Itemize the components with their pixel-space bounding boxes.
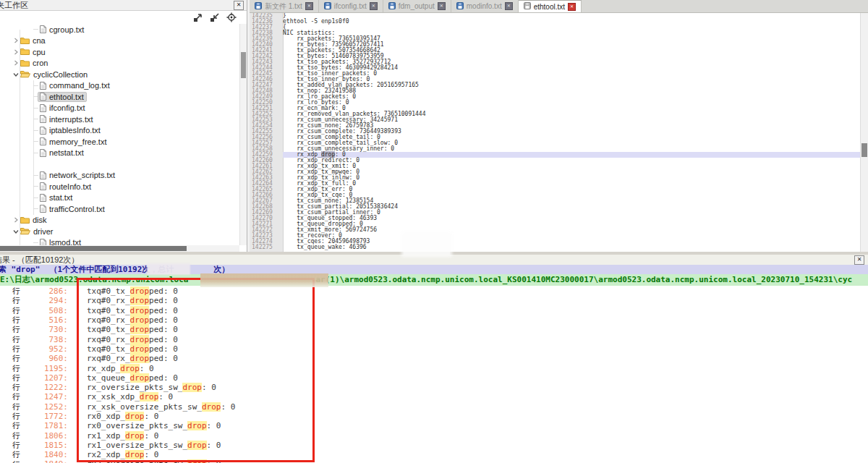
tab-close-icon[interactable]: ✕ <box>568 3 576 11</box>
tree-item-network_scripts.txt[interactable]: network_scripts.txt <box>0 170 239 182</box>
chevron-right-icon[interactable] <box>12 60 20 66</box>
tree-item-driver[interactable]: driver <box>0 226 239 237</box>
tree-item-cyclicCollection[interactable]: cyclicCollection <box>0 69 239 80</box>
file-icon <box>40 104 46 112</box>
tree-item-label: cgroup.txt <box>49 25 84 34</box>
file-icon <box>40 82 46 90</box>
tree-item-interrupts.txt[interactable]: interrupts.txt <box>0 114 239 125</box>
tree-horizontal-scrollbar[interactable] <box>0 245 239 252</box>
tree-item-ifconfig.txt[interactable]: ifconfig.txt <box>0 103 239 114</box>
file-icon <box>40 127 46 135</box>
line-text: rx_lro_bytes: 0 <box>283 100 861 106</box>
tree-hscroll-thumb[interactable] <box>0 246 187 251</box>
tree-item-label: command_log.txt <box>49 81 110 90</box>
tree-item-label: ethtool.txt <box>49 93 84 101</box>
tab-label: modinfo.txt <box>467 2 502 10</box>
tab-fdm_output[interactable]: fdm_output✕ <box>383 0 451 12</box>
locate-file-icon[interactable] <box>226 12 237 22</box>
editor-line: 142236ethtool -S enp1s0f0 <box>250 19 861 25</box>
file-path-post: ar(1)\armod0523.odata.ncmp.unicom.local_… <box>315 275 852 284</box>
line-text: tx_xmit_more: 569724756 <box>283 227 861 233</box>
tab-label: fdm_output <box>399 2 435 10</box>
tree-connector <box>33 29 38 30</box>
row-line-number: 1772: <box>20 412 68 421</box>
tree-item-trafficControl.txt[interactable]: trafficControl.txt <box>0 203 239 215</box>
chevron-down-icon[interactable] <box>12 72 20 77</box>
tree-item-cron[interactable]: cron <box>0 58 239 69</box>
tree-item-lsmod.txt[interactable]: lsmod.txt <box>0 237 239 246</box>
line-text: tx_queue_wake: 46396 <box>283 245 861 250</box>
tree-item-label: memory_free.txt <box>49 137 106 146</box>
chevron-right-icon[interactable] <box>12 217 20 223</box>
chevron-right-icon[interactable] <box>12 38 20 43</box>
tree-item-stat.txt[interactable]: stat.txt <box>0 192 239 204</box>
tab-close-icon[interactable]: ✕ <box>305 2 313 10</box>
editor-vertical-scrollbar[interactable] <box>860 13 868 252</box>
file-icon <box>40 205 46 213</box>
tree-item-label: routeInfo.txt <box>49 182 91 191</box>
tree-item-label: network_scripts.txt <box>49 171 115 179</box>
tree-vertical-scrollbar[interactable] <box>239 24 247 245</box>
tree-item-label: iptablesInfo.txt <box>49 126 101 135</box>
save-state-icon <box>255 2 262 11</box>
line-number: 142275 <box>250 245 283 250</box>
tree-item-disk[interactable]: disk <box>0 215 239 226</box>
tree-item-iptablesInfo.txt[interactable]: iptablesInfo.txt <box>0 125 239 137</box>
annotation-red-box <box>77 278 315 462</box>
tree-item-label: lsmod.txt <box>49 238 81 245</box>
search-summary-line[interactable]: 搜索 "drop" （1个文件中匹配到10192次，总计次） <box>0 265 868 274</box>
line-text: rx_xdp_tx_inlnw: 0 <box>283 175 861 181</box>
line-text: rx_xdp_redirect: 0 <box>283 158 861 163</box>
tree-item-routeInfo.txt[interactable]: routeInfo.txt <box>0 181 239 192</box>
tree-vscroll-thumb[interactable] <box>241 52 246 78</box>
row-line-number: 960: <box>20 354 68 363</box>
file-icon <box>40 115 46 123</box>
file-tree[interactable]: cgroup.txtcnacpucroncyclicCollectioncomm… <box>0 24 239 245</box>
line-text: rx_xdp_drop: 0 <box>283 152 861 158</box>
tree-item-netstat.txt[interactable]: netstat.txt <box>0 148 239 159</box>
tab-label: ifconfig.txt <box>334 2 367 10</box>
line-text: tx_added_vlan_packets: 205165957165 <box>283 82 861 88</box>
tab-新文件 1.txt[interactable]: 新文件 1.txt✕ <box>250 0 319 12</box>
tree-item-memory_free.txt[interactable]: memory_free.txt <box>0 136 239 148</box>
workspace-close-icon[interactable]: ✕ <box>234 1 244 10</box>
tree-item-label: netstat.txt <box>49 148 84 157</box>
row-line-number: 1849: <box>20 459 68 463</box>
tree-item-cgroup.txt[interactable]: cgroup.txt <box>0 24 239 35</box>
tab-ifconfig.txt[interactable]: ifconfig.txt✕ <box>319 0 383 12</box>
results-close-icon[interactable]: ✕ <box>854 255 864 265</box>
tab-modinfo.txt[interactable]: modinfo.txt✕ <box>451 0 519 12</box>
tab-close-icon[interactable]: ✕ <box>370 2 378 10</box>
row-line-number: 1781: <box>20 421 68 430</box>
file-icon <box>40 182 46 190</box>
row-line-number: 1806: <box>20 431 68 441</box>
line-text: rx_lro_packets: 0 <box>283 94 861 100</box>
tree-item-cpu[interactable]: cpu <box>0 46 239 58</box>
row-line-number: 294: <box>20 296 68 305</box>
tree-item-command_log.txt[interactable]: command_log.txt <box>0 80 239 92</box>
editor-code-area[interactable]: 142235}142236ethtool -S enp1s0f0142237{1… <box>250 13 861 252</box>
save-state-icon <box>456 2 464 11</box>
save-state-icon <box>524 2 531 11</box>
tree-item-label: trafficControl.txt <box>49 205 105 213</box>
file-icon <box>40 149 46 157</box>
results-title: 结果 - （匹配10192次） <box>0 255 79 265</box>
tree-item-ethtool.txt[interactable]: ethtool.txt <box>0 91 239 103</box>
tab-ethtool.txt[interactable]: ethtool.txt✕ <box>519 0 582 12</box>
line-text: tx_nop: 232419588 <box>283 88 861 94</box>
tree-item-label: disk <box>33 216 47 224</box>
row-line-number: 508: <box>20 306 68 315</box>
tab-close-icon[interactable]: ✕ <box>438 2 446 10</box>
editor-vscroll-thumb[interactable] <box>861 143 867 157</box>
collapse-all-icon[interactable] <box>210 12 220 22</box>
save-state-icon <box>324 2 331 11</box>
expand-all-icon[interactable] <box>193 12 203 22</box>
tab-close-icon[interactable]: ✕ <box>505 2 513 10</box>
tree-connector <box>33 85 38 86</box>
chevron-down-icon[interactable] <box>12 229 20 234</box>
row-line-number: 730: <box>20 325 68 334</box>
editor-line: 142237{ <box>250 25 861 30</box>
tree-item-cna[interactable]: cna <box>0 35 239 47</box>
chevron-right-icon[interactable] <box>12 49 20 55</box>
line-text: } <box>283 13 861 19</box>
